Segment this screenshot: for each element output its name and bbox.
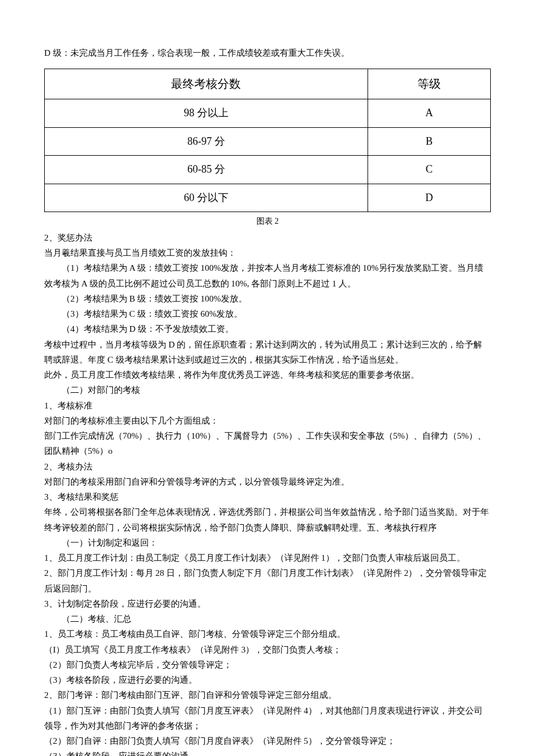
cell-grade: A: [368, 99, 490, 128]
body-text: （3）考核各阶段，应进行必要的沟通。: [44, 748, 491, 756]
body-text: 年终，公司将根据各部门全年总体表现情况，评选优秀部门，并根据公司当年效益情况，给…: [44, 504, 491, 535]
body-text: 1、员工月度工作计划：由员工制定《员工月度工作计划表》（详见附件 1），交部门负…: [44, 550, 491, 565]
cell-score: 86-97 分: [45, 127, 368, 156]
intro-line: D 级：未完成当月工作任务，综合表现一般，工作成绩较差或有重大工作失误。: [44, 45, 491, 60]
item-heading: 1、考核标准: [44, 398, 491, 413]
item-heading: 2、考核办法: [44, 459, 491, 474]
body-text: 1、员工考核：员工考核由员工自评、部门考核、分管领导评定三个部分组成。: [44, 626, 491, 642]
cell-score: 98 分以上: [45, 99, 368, 128]
subsection-heading: （二）考核、汇总: [44, 611, 491, 626]
body-text: （1）考核结果为 A 级：绩效工资按 100%发放，并按本人当月考核工资标准的 …: [44, 260, 491, 291]
cell-grade: B: [368, 127, 490, 156]
body-text: （4）考核结果为 D 级：不予发放绩效工资。: [44, 321, 491, 336]
body-text: 2、部门月度工作计划：每月 28 日，部门负责人制定下月《部门月度工作计划表》（…: [44, 565, 491, 596]
body-text: （2）考核结果为 B 级：绩效工资按 100%发放。: [44, 291, 491, 306]
body-text: 当月羲结果直接与员工当月绩效工资的发放挂钩：: [44, 245, 491, 260]
grade-table: 最终考核分数 等级 98 分以上 A 86-97 分 B 60-85 分 C 6…: [44, 69, 491, 212]
table-row: 86-97 分 B: [45, 127, 491, 156]
body-text: 此外，员工月度工作绩效考核结果，将作为年度优秀员工评选、年终考核和奖惩的重要参考…: [44, 367, 491, 382]
subsection-heading: （二）对部门的考核: [44, 382, 491, 397]
body-text: 考核中过程中，当月考核等级为 D 的，留任原职查看；累计达到两次的，转为试用员工…: [44, 337, 491, 368]
table-row: 60 分以下 D: [45, 184, 491, 212]
body-text: 部门工作完成情况（70%）、执行力（10%）、下属督导力（5%）、工作失误和安全…: [44, 428, 491, 459]
table-caption: 图表 2: [44, 214, 491, 229]
table-header-row: 最终考核分数 等级: [45, 69, 491, 99]
table-row: 60-85 分 C: [45, 156, 491, 184]
body-text: （3）考核结果为 C 级：绩效工资按 60%发放。: [44, 306, 491, 321]
body-text: （2）部门负责人考核完毕后，交分管领导评定；: [44, 657, 491, 672]
body-text: 对部门的考核标准主要由以下几个方面组成：: [44, 413, 491, 428]
body-text: 2、部门考评：部门考核由部门互评、部门自评和分管领导评定三部分组成。: [44, 687, 491, 703]
body-text: 对部门的考核采用部门自评和分管领导考评的方式，以分管领导最终评定为准。: [44, 474, 491, 489]
body-text: 3、计划制定各阶段，应进行必要的沟通。: [44, 596, 491, 611]
header-score: 最终考核分数: [45, 69, 368, 99]
cell-grade: C: [368, 156, 490, 184]
section-reward-heading: 2、奖惩办法: [44, 230, 491, 245]
body-text: （I）员工填写《员工月度工作考核表》（详见附件 3），交部门负责人考核；: [44, 642, 491, 657]
header-grade: 等级: [368, 69, 490, 99]
subsection-heading: （一）计划制定和返回：: [44, 535, 491, 550]
cell-score: 60-85 分: [45, 156, 368, 184]
table-row: 98 分以上 A: [45, 99, 491, 128]
body-text: （3）考核各阶段，应进行必要的沟通。: [44, 672, 491, 687]
body-text: （2）部门自评：由部门负责人填写《部门月度自评表》（详见附件 5），交分管领导评…: [44, 733, 491, 748]
cell-score: 60 分以下: [45, 184, 368, 212]
body-text: （1）部门互评：由部门负责人填写《部门月度互评表》（详见附件 4），对其他部门月…: [44, 703, 491, 734]
cell-grade: D: [368, 184, 490, 212]
item-heading: 3、考核结果和奖惩: [44, 489, 491, 504]
